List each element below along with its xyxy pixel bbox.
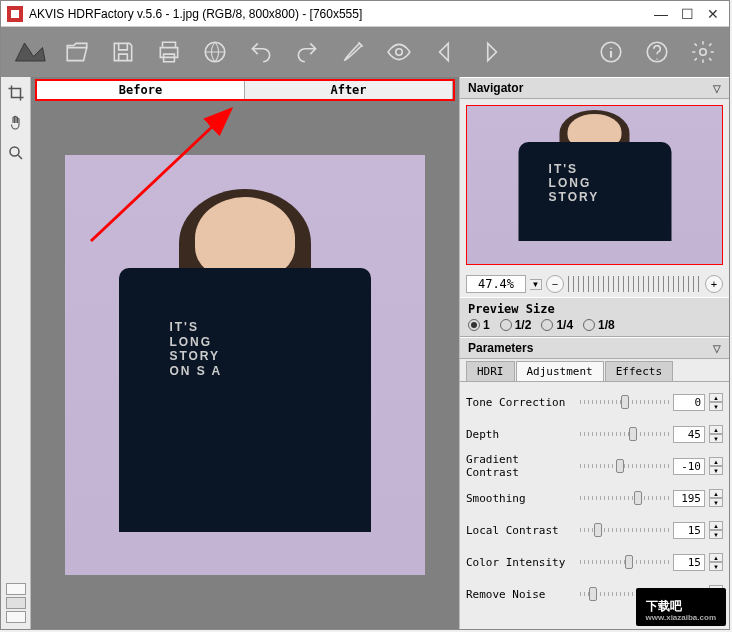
spin-down[interactable]: ▼ [709,530,723,539]
value-input[interactable]: -10 [673,458,705,475]
crop-tool[interactable] [4,81,28,105]
zoom-value[interactable]: 47.4% [466,275,526,293]
preview-size-1-4[interactable]: 1/4 [541,318,573,332]
print-button[interactable] [151,34,187,70]
info-button[interactable] [593,34,629,70]
hand-tool[interactable] [4,111,28,135]
before-after-tabs: Before After [35,79,455,101]
slider[interactable] [580,522,669,538]
value-input[interactable]: 15 [673,522,705,539]
left-toolbar [1,77,31,629]
slider[interactable] [580,490,669,506]
zoom-tool[interactable] [4,141,28,165]
tab-after[interactable]: After [245,81,453,99]
next-button[interactable] [473,34,509,70]
collapse-icon[interactable]: ▽ [713,343,721,354]
canvas-viewport[interactable]: IT'S LONG STORY ON S A [31,101,459,629]
slider[interactable] [580,394,669,410]
svg-point-7 [10,147,19,156]
preview-size-1[interactable]: 1 [468,318,490,332]
svg-rect-1 [11,10,19,18]
slider[interactable] [580,458,669,474]
swatch-2[interactable] [6,597,26,609]
spin-up[interactable]: ▲ [709,425,723,434]
value-input[interactable]: 45 [673,426,705,443]
value-input[interactable]: 15 [673,554,705,571]
preview-size-header: Preview Size 11/21/41/8 [460,297,729,337]
watermark: 下载吧 www.xiazaiba.com [636,588,726,626]
zoom-dropdown[interactable]: ▼ [530,279,542,290]
param-local-contrast: Local Contrast15▲▼ [466,514,723,546]
param-gradient-contrast: Gradient Contrast-10▲▼ [466,450,723,482]
main-toolbar [1,27,729,77]
image-subject: IT'S LONG STORY ON S A [119,197,371,575]
swatch-3[interactable] [6,611,26,623]
zoom-slider[interactable] [568,276,701,292]
redo-button[interactable] [289,34,325,70]
param-depth: Depth45▲▼ [466,418,723,450]
spin-up[interactable]: ▲ [709,457,723,466]
close-button[interactable]: ✕ [703,4,723,24]
eye-button[interactable] [381,34,417,70]
zoom-in-button[interactable]: + [705,275,723,293]
spin-down[interactable]: ▼ [709,402,723,411]
spin-down[interactable]: ▼ [709,498,723,507]
spin-up[interactable]: ▲ [709,553,723,562]
tab-adjustment[interactable]: Adjustment [516,361,604,381]
navigator-panel: IT'S LONG STORY [460,99,729,271]
app-window: AKVIS HDRFactory v.5.6 - 1.jpg (RGB/8, 8… [0,0,730,630]
canvas-image: IT'S LONG STORY ON S A [65,155,425,575]
parameter-tabs: HDRI Adjustment Effects [460,359,729,382]
zoom-out-button[interactable]: − [546,275,564,293]
spin-up[interactable]: ▲ [709,393,723,402]
content-area: Before After IT'S LONG STORY [1,77,729,629]
help-button[interactable] [639,34,675,70]
spin-up[interactable]: ▲ [709,489,723,498]
app-logo [9,32,49,72]
svg-point-3 [396,49,403,56]
value-input[interactable]: 195 [673,490,705,507]
svg-point-6 [700,49,707,56]
slider[interactable] [580,554,669,570]
spin-up[interactable]: ▲ [709,521,723,530]
swatch-1[interactable] [6,583,26,595]
tab-hdri[interactable]: HDRI [466,361,515,381]
navigator-header[interactable]: Navigator ▽ [460,77,729,99]
zoom-controls: 47.4% ▼ − + [460,271,729,297]
param-smoothing: Smoothing195▲▼ [466,482,723,514]
parameters-header[interactable]: Parameters ▽ [460,337,729,359]
tab-before[interactable]: Before [37,81,245,99]
spin-down[interactable]: ▼ [709,562,723,571]
collapse-icon[interactable]: ▽ [713,83,721,94]
preview-size-label: Preview Size [468,302,721,316]
share-button[interactable] [197,34,233,70]
open-button[interactable] [59,34,95,70]
spin-down[interactable]: ▼ [709,466,723,475]
window-controls: — ☐ ✕ [651,4,723,24]
canvas-area: Before After IT'S LONG STORY [31,77,459,629]
settings-button[interactable] [685,34,721,70]
undo-button[interactable] [243,34,279,70]
brush-button[interactable] [335,34,371,70]
navigator-preview[interactable]: IT'S LONG STORY [466,105,723,265]
app-icon [7,6,23,22]
value-input[interactable]: 0 [673,394,705,411]
minimize-button[interactable]: — [651,4,671,24]
preview-size-1-8[interactable]: 1/8 [583,318,615,332]
spin-down[interactable]: ▼ [709,434,723,443]
param-color-intensity: Color Intensity15▲▼ [466,546,723,578]
window-title: AKVIS HDRFactory v.5.6 - 1.jpg (RGB/8, 8… [29,7,651,21]
tab-effects[interactable]: Effects [605,361,673,381]
slider[interactable] [580,426,669,442]
maximize-button[interactable]: ☐ [677,4,697,24]
right-panel: Navigator ▽ IT'S LONG STORY [459,77,729,629]
param-tone-correction: Tone Correction0▲▼ [466,386,723,418]
prev-button[interactable] [427,34,463,70]
save-button[interactable] [105,34,141,70]
titlebar: AKVIS HDRFactory v.5.6 - 1.jpg (RGB/8, 8… [1,1,729,27]
preview-size-1-2[interactable]: 1/2 [500,318,532,332]
